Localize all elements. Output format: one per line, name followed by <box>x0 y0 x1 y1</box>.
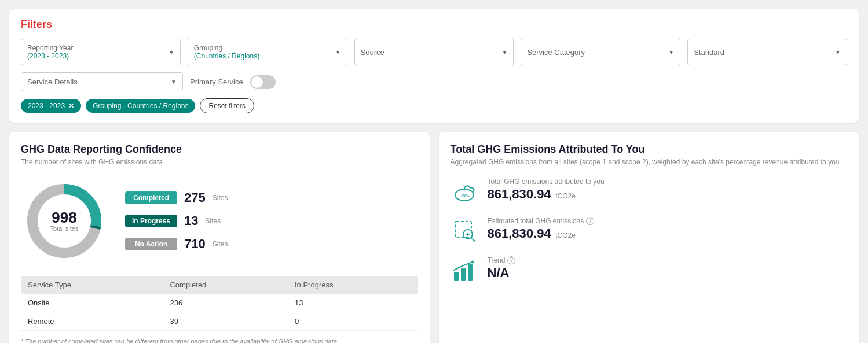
primary-service-toggle[interactable] <box>250 75 276 89</box>
in-progress-sites-label: Sites <box>205 217 221 225</box>
chevron-down-icon: ▼ <box>335 49 341 56</box>
service-type-cell: Onsite <box>21 294 163 312</box>
estimated-ghg-unit: tCO2e <box>555 231 576 239</box>
estimated-ghg-label: Estimated total GHG emissions ? <box>488 217 595 225</box>
no-action-legend-row: No Action 710 Sites <box>125 237 228 252</box>
svg-text:CO₂: CO₂ <box>461 193 470 198</box>
service-category-filter[interactable]: Service Category ▼ <box>521 39 680 65</box>
total-ghg-item: CO₂ Total GHG emissions attributed to yo… <box>451 178 848 205</box>
primary-service-toggle-container: Primary Service <box>190 75 276 89</box>
reporting-year-value: (2023 - 2023) <box>27 52 73 60</box>
estimated-ghg-item: Estimated total GHG emissions ? 861,830.… <box>451 217 848 245</box>
ghg-panel-title: GHG Data Reporting Confidence <box>21 143 418 156</box>
legend-section: Completed 275 Sites In Progress 13 Sites… <box>125 190 228 252</box>
completed-badge: Completed <box>125 191 177 204</box>
table-row: Remote 39 0 <box>21 312 418 331</box>
in-progress-cell: 13 <box>288 294 418 312</box>
in-progress-cell: 0 <box>288 312 418 331</box>
in-progress-count: 13 <box>184 213 198 228</box>
completed-cell: 39 <box>163 312 288 331</box>
grouping-value: (Countries / Regions) <box>194 52 259 60</box>
info-icon[interactable]: ? <box>586 217 594 225</box>
trend-item: Trend ? N/A <box>451 256 848 284</box>
total-sites-number: 998 <box>50 210 79 225</box>
estimated-ghg-value-row: 861,830.94 tCO2e <box>488 226 595 241</box>
in-progress-badge: In Progress <box>125 215 177 227</box>
trend-details: Trend ? N/A <box>488 256 516 281</box>
filters-card: Filters Reporting Year (2023 - 2023) ▼ G… <box>9 9 859 123</box>
svg-rect-12 <box>461 268 466 281</box>
total-sites-label: Total sites <box>50 225 79 232</box>
total-ghg-label: Total GHG emissions attributed to you <box>488 178 605 186</box>
active-filters-row: 2023 - 2023 ✕ Grouping - Countries / Reg… <box>21 98 847 113</box>
main-content: GHG Data Reporting Confidence The number… <box>9 132 859 343</box>
source-filter[interactable]: Source ▼ <box>354 39 514 65</box>
svg-line-8 <box>471 238 475 241</box>
col-service-type: Service Type <box>21 276 163 294</box>
table-header-row: Service Type Completed In Progress <box>21 276 418 294</box>
primary-service-label: Primary Service <box>190 78 243 86</box>
table-note: * The number of completed sites can be d… <box>21 338 418 343</box>
reporting-year-filter[interactable]: Reporting Year (2023 - 2023) ▼ <box>21 39 181 65</box>
service-details-filter[interactable]: Service Details ▼ <box>21 72 183 91</box>
chevron-down-icon: ▼ <box>169 49 174 56</box>
standard-filter[interactable]: Standard ▼ <box>687 39 847 65</box>
estimated-ghg-details: Estimated total GHG emissions ? 861,830.… <box>488 217 595 241</box>
filters-row-2: Service Details ▼ Primary Service <box>21 72 847 91</box>
info-icon[interactable]: ? <box>507 256 515 264</box>
chevron-down-icon: ▼ <box>835 49 841 56</box>
year-filter-tag[interactable]: 2023 - 2023 ✕ <box>21 99 81 113</box>
service-type-table: Service Type Completed In Progress Onsit… <box>21 276 418 331</box>
ghg-panel-subtitle: The number of sites with GHG emissions d… <box>21 158 418 166</box>
total-ghg-value-row: 861,830.94 tCO2e <box>488 187 605 202</box>
chevron-down-icon: ▼ <box>171 79 177 85</box>
ghg-confidence-panel: GHG Data Reporting Confidence The number… <box>9 132 430 343</box>
emissions-panel-subtitle: Aggregated GHG emissions from all sites … <box>451 158 848 166</box>
trend-chart-icon <box>451 256 478 284</box>
total-ghg-value: 861,830.94 <box>488 187 551 201</box>
filters-row-1: Reporting Year (2023 - 2023) ▼ Grouping … <box>21 39 847 65</box>
trend-value: N/A <box>488 265 510 280</box>
reporting-year-label: Reporting Year <box>27 44 73 52</box>
donut-section: 998 Total sites Completed 275 Sites In P… <box>21 178 418 264</box>
no-action-sites-label: Sites <box>213 240 228 248</box>
service-category-label: Service Category <box>527 48 585 57</box>
in-progress-legend-row: In Progress 13 Sites <box>125 213 228 228</box>
grouping-filter[interactable]: Grouping (Countries / Regions) ▼ <box>188 39 347 65</box>
search-estimate-icon <box>451 217 478 245</box>
completed-sites-label: Sites <box>213 194 228 202</box>
col-completed: Completed <box>163 276 288 294</box>
year-tag-label: 2023 - 2023 <box>28 102 65 110</box>
grouping-tag-label: Grouping - Countries / Regions <box>93 102 188 110</box>
filters-title: Filters <box>21 19 847 31</box>
chevron-down-icon: ▼ <box>668 49 674 56</box>
no-action-count: 710 <box>184 237 206 252</box>
standard-label: Standard <box>694 48 724 57</box>
emissions-panel-title: Total GHG Emissions Attributed To You <box>451 143 848 156</box>
col-in-progress: In Progress <box>288 276 418 294</box>
chevron-down-icon: ▼ <box>501 49 507 56</box>
estimated-ghg-value: 861,830.94 <box>488 226 551 241</box>
service-type-cell: Remote <box>21 312 163 331</box>
source-label: Source <box>361 48 384 57</box>
total-ghg-details: Total GHG emissions attributed to you 86… <box>488 178 605 202</box>
table-row: Onsite 236 13 <box>21 294 418 312</box>
grouping-filter-tag[interactable]: Grouping - Countries / Regions <box>86 99 195 113</box>
service-details-label: Service Details <box>27 78 78 86</box>
total-ghg-unit: tCO2e <box>555 192 576 200</box>
svg-point-14 <box>471 261 474 264</box>
donut-chart: 998 Total sites <box>21 178 108 264</box>
completed-legend-row: Completed 275 Sites <box>125 190 228 205</box>
donut-center: 998 Total sites <box>50 210 79 232</box>
svg-rect-13 <box>468 264 473 281</box>
completed-count: 275 <box>184 190 206 205</box>
reset-filters-button[interactable]: Reset filters <box>200 98 254 113</box>
completed-cell: 236 <box>163 294 288 312</box>
emissions-panel: Total GHG Emissions Attributed To You Ag… <box>439 132 859 343</box>
trend-label: Trend ? <box>488 256 516 264</box>
close-icon[interactable]: ✕ <box>68 102 74 110</box>
no-action-badge: No Action <box>125 238 177 250</box>
grouping-label: Grouping <box>194 44 259 52</box>
cloud-co2-icon: CO₂ <box>451 178 478 205</box>
trend-value-row: N/A <box>488 265 516 281</box>
